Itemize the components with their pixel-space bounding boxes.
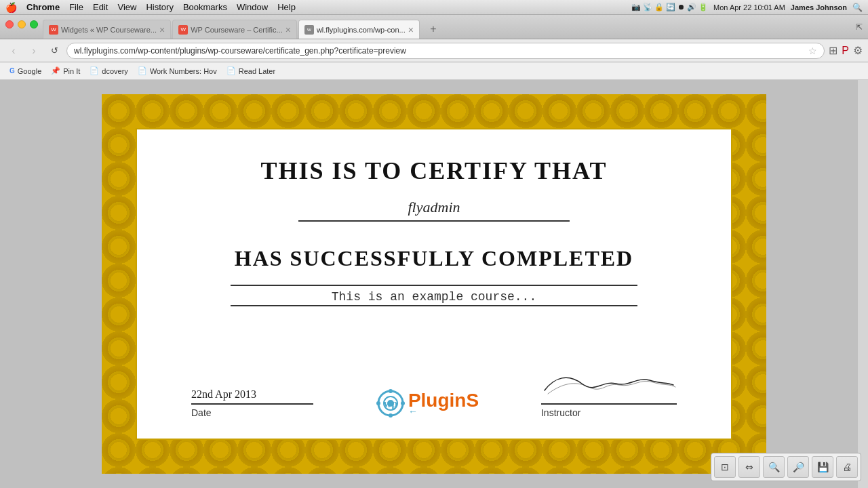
tab-1-label: Widgets « WP Courseware... bbox=[61, 26, 157, 34]
bookmark-pinit-label: Pin It bbox=[63, 67, 80, 75]
certificate-footer: 22nd Apr 2013 Date bbox=[191, 357, 677, 418]
tab-3-favicon: w bbox=[304, 25, 314, 35]
maximize-window-button[interactable] bbox=[30, 20, 38, 28]
bookmark-readlater[interactable]: 📄 Read Later bbox=[222, 65, 279, 77]
certificate-name-underline bbox=[298, 220, 570, 222]
menu-window[interactable]: Window bbox=[237, 2, 268, 12]
tab-3[interactable]: w wl.flyplugins.com/wp-con... × bbox=[298, 20, 420, 39]
tab-1-favicon: W bbox=[49, 25, 58, 35]
system-icons: 📷 📡 🔒 🔄 ⏺ 🔊 🔋 bbox=[631, 3, 708, 12]
window-controls: ⇱ bbox=[856, 20, 863, 33]
url-text: wl.flyplugins.com/wp-content/plugins/wp-… bbox=[74, 46, 808, 56]
menu-bar-left: 🍎 Chrome File Edit View History Bookmark… bbox=[5, 2, 620, 13]
tab-3-close[interactable]: × bbox=[408, 24, 414, 35]
certificate-logo-section: wp PluginS ← bbox=[376, 388, 479, 418]
google-apps-icon[interactable]: ⊞ bbox=[829, 44, 837, 57]
bookmark-readlater-label: Read Later bbox=[239, 67, 275, 75]
certificate-date-label: Date bbox=[191, 407, 212, 418]
certificate-date-section: 22nd Apr 2013 Date bbox=[191, 388, 313, 418]
back-button[interactable]: ‹ bbox=[5, 43, 22, 59]
bookmark-worknumbers-label: Work Numbers: Hov bbox=[150, 67, 217, 75]
content-area: THIS IS TO CERTIFY THAT flyadmin HAS SUC… bbox=[0, 80, 868, 488]
extensions-icon[interactable]: ⚙ bbox=[853, 44, 863, 57]
certificate-signature bbox=[541, 370, 677, 405]
reload-button[interactable]: ↺ bbox=[46, 43, 62, 59]
tab-1[interactable]: W Widgets « WP Courseware... × bbox=[43, 20, 171, 39]
logo-text: PluginS bbox=[408, 390, 479, 411]
username: James Johnson bbox=[791, 3, 847, 12]
logo-circle-icon: wp bbox=[376, 388, 406, 418]
fit-page-icon: ⊡ bbox=[721, 462, 729, 472]
cert-name-section: flyadmin bbox=[191, 199, 677, 226]
traffic-lights bbox=[5, 20, 38, 28]
save-icon: 💾 bbox=[817, 462, 829, 472]
tab-bar: W Widgets « WP Courseware... × W WP Cour… bbox=[0, 15, 868, 39]
google-icon: G bbox=[9, 67, 15, 75]
menu-bar: 🍎 Chrome File Edit View History Bookmark… bbox=[0, 0, 868, 15]
certificate-instructor-label: Instructor bbox=[541, 407, 580, 418]
bookmark-dcovery-label: dcovery bbox=[102, 67, 128, 75]
menu-file[interactable]: File bbox=[69, 2, 83, 12]
readlater-icon: 📄 bbox=[226, 66, 236, 75]
bookmark-worknumbers[interactable]: 📄 Work Numbers: Hov bbox=[134, 65, 221, 77]
fit-width-button[interactable]: ⇔ bbox=[738, 456, 760, 478]
menu-edit[interactable]: Edit bbox=[93, 2, 108, 12]
bookmark-google[interactable]: G Google bbox=[5, 66, 45, 77]
fit-width-icon: ⇔ bbox=[745, 462, 753, 472]
bookmark-star-icon[interactable]: ☆ bbox=[808, 45, 817, 56]
apple-menu[interactable]: 🍎 bbox=[5, 2, 17, 13]
print-button[interactable]: 🖨 bbox=[836, 456, 858, 478]
svg-text:wp: wp bbox=[384, 398, 398, 410]
scrollbar[interactable] bbox=[858, 80, 868, 488]
pinit-icon: 📌 bbox=[51, 66, 60, 75]
tab-2[interactable]: W WP Courseware – Certific... × bbox=[172, 20, 297, 39]
close-window-button[interactable] bbox=[5, 20, 14, 28]
print-icon: 🖨 bbox=[842, 462, 852, 472]
new-tab-button[interactable]: + bbox=[424, 20, 443, 39]
certificate-course-topline bbox=[231, 285, 637, 286]
menu-view[interactable]: View bbox=[117, 2, 136, 12]
tab-2-label: WP Courseware – Certific... bbox=[191, 26, 283, 34]
signature-svg bbox=[541, 370, 677, 397]
menu-help[interactable]: Help bbox=[277, 2, 296, 12]
certificate-logo: wp PluginS ← bbox=[376, 388, 479, 418]
svg-point-2 bbox=[389, 389, 393, 393]
menu-bookmarks[interactable]: Bookmarks bbox=[183, 2, 227, 12]
zoom-out-button[interactable]: 🔍 bbox=[763, 456, 785, 478]
bookmark-pinit[interactable]: 📌 Pin It bbox=[47, 65, 84, 77]
forward-button[interactable]: › bbox=[26, 43, 42, 59]
bookmark-dcovery[interactable]: 📄 dcovery bbox=[85, 65, 132, 77]
certificate-wrapper: THIS IS TO CERTIFY THAT flyadmin HAS SUC… bbox=[102, 94, 766, 474]
certificate-subtitle: HAS SUCCESSFULLY COMPLETED bbox=[235, 246, 633, 271]
menu-history[interactable]: History bbox=[146, 2, 173, 12]
logo-text-group: PluginS ← bbox=[408, 390, 479, 417]
datetime: Mon Apr 22 10:01 AM bbox=[713, 3, 785, 12]
tab-2-close[interactable]: × bbox=[285, 24, 291, 35]
certificate-instructor-section: Instructor bbox=[541, 370, 677, 418]
worknumbers-icon: 📄 bbox=[138, 66, 147, 75]
svg-point-5 bbox=[401, 401, 405, 405]
search-icon[interactable]: 🔍 bbox=[852, 3, 863, 12]
url-bar[interactable]: wl.flyplugins.com/wp-content/plugins/wp-… bbox=[66, 43, 825, 59]
certificate-content: THIS IS TO CERTIFY THAT flyadmin HAS SUC… bbox=[136, 128, 732, 440]
svg-point-4 bbox=[376, 401, 380, 405]
zoom-in-icon: 🔎 bbox=[793, 462, 804, 472]
menu-bar-right: 📷 📡 🔒 🔄 ⏺ 🔊 🔋 Mon Apr 22 10:01 AM James … bbox=[631, 3, 863, 12]
bookmarks-bar: G Google 📌 Pin It 📄 dcovery 📄 Work Numbe… bbox=[0, 62, 868, 80]
address-bar: ‹ › ↺ wl.flyplugins.com/wp-content/plugi… bbox=[0, 39, 868, 62]
cert-course-section: This is an example course... bbox=[191, 285, 677, 310]
certificate-name: flyadmin bbox=[408, 199, 460, 216]
tab-1-close[interactable]: × bbox=[159, 24, 165, 35]
certificate-title: THIS IS TO CERTIFY THAT bbox=[261, 157, 608, 185]
save-button[interactable]: 💾 bbox=[812, 456, 833, 478]
minimize-window-button[interactable] bbox=[18, 20, 26, 28]
bookmark-google-label: Google bbox=[18, 67, 41, 75]
logo-tagline: ← bbox=[408, 406, 418, 417]
certificate-date-value: 22nd Apr 2013 bbox=[191, 388, 313, 405]
bottom-toolbar: ⊡ ⇔ 🔍 🔎 💾 🖨 bbox=[711, 453, 861, 481]
zoom-in-button[interactable]: 🔎 bbox=[787, 456, 809, 478]
pinterest-icon[interactable]: P bbox=[842, 45, 849, 57]
menu-chrome[interactable]: Chrome bbox=[26, 2, 60, 12]
address-bar-icons: ⊞ P ⚙ bbox=[829, 44, 863, 57]
fit-page-button[interactable]: ⊡ bbox=[714, 456, 736, 478]
